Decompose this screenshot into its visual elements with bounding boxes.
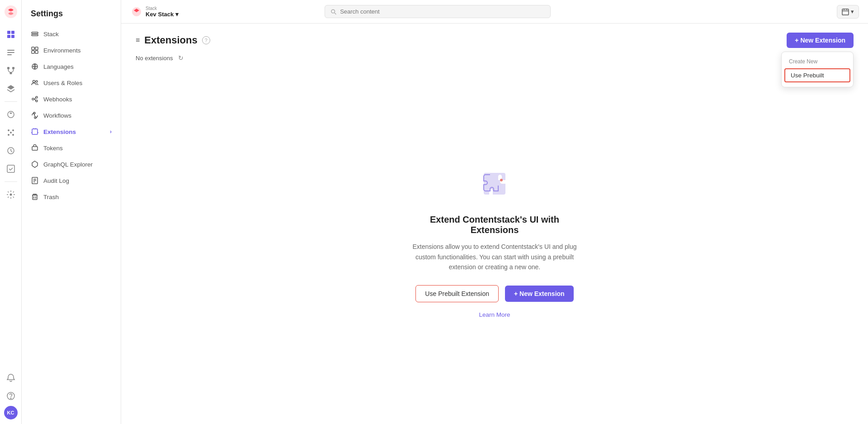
sidebar-item-label: Workflows: [43, 112, 71, 119]
empty-state-title: Extend Contentstack's UI with Extensions: [413, 214, 576, 235]
svg-line-48: [335, 13, 336, 14]
extensions-rail-icon[interactable]: [3, 124, 19, 141]
media-icon[interactable]: [3, 106, 19, 123]
sidebar-item-workflows[interactable]: Workflows: [22, 107, 121, 124]
stack-logo: [130, 5, 143, 18]
refresh-icon[interactable]: ↻: [178, 54, 184, 62]
svg-rect-40: [32, 147, 38, 150]
icon-rail: KC: [0, 0, 22, 424]
notification-icon[interactable]: [3, 370, 19, 386]
svg-point-15: [8, 111, 14, 118]
page-header: ≡ Extensions ? + New Extension: [121, 24, 868, 48]
help-icon[interactable]: ?: [202, 36, 210, 44]
search-input[interactable]: [340, 8, 545, 15]
dashboard-icon[interactable]: [3, 26, 19, 43]
trash-icon: [31, 193, 39, 201]
sidebar-item-trash[interactable]: Trash: [22, 189, 121, 205]
svg-rect-31: [35, 51, 38, 53]
search-icon: [330, 9, 336, 15]
stack-icon: [31, 30, 39, 38]
user-avatar[interactable]: KC: [4, 406, 18, 419]
tokens-icon: [31, 144, 39, 152]
svg-point-23: [9, 194, 12, 196]
calendar-button[interactable]: ▾: [837, 5, 859, 19]
sidebar-title: Settings: [22, 9, 121, 26]
sidebar-item-label: Webhooks: [43, 96, 72, 103]
svg-point-25: [10, 398, 11, 399]
app-logo[interactable]: [4, 5, 18, 19]
sidebar-item-label: GraphQL Explorer: [43, 161, 93, 168]
sidebar: Settings Stack Environments Languages Us…: [22, 0, 121, 424]
languages-icon: [31, 62, 39, 71]
svg-point-16: [8, 129, 9, 131]
sidebar-item-label: Audit Log: [43, 177, 69, 184]
sidebar-item-label: Tokens: [43, 145, 63, 152]
stack-name-row[interactable]: Kev Stack ▾: [146, 11, 179, 18]
svg-rect-27: [32, 34, 38, 36]
svg-rect-6: [7, 52, 14, 53]
sidebar-item-users-roles[interactable]: Users & Roles: [22, 75, 121, 91]
help-rail-icon[interactable]: [3, 388, 19, 404]
sidebar-item-languages[interactable]: Languages: [22, 58, 121, 75]
sidebar-item-label: Stack: [43, 31, 59, 38]
svg-point-17: [12, 129, 14, 131]
svg-rect-7: [7, 54, 12, 55]
sub-header: No extensions ↻: [121, 48, 868, 62]
stack-label: Stack: [146, 6, 179, 11]
sidebar-item-webhooks[interactable]: Webhooks: [22, 91, 121, 107]
sidebar-item-tokens[interactable]: Tokens: [22, 140, 121, 156]
new-extension-center-button[interactable]: + New Extension: [505, 286, 574, 302]
svg-rect-22: [7, 165, 14, 172]
sidebar-item-label: Users & Roles: [43, 80, 82, 86]
use-prebuilt-extension-button[interactable]: Use Prebuilt Extension: [415, 285, 499, 302]
topbar-left: Stack Kev Stack ▾: [130, 5, 179, 18]
empty-state: Extend Contentstack's UI with Extensions…: [121, 62, 868, 424]
menu-icon[interactable]: ≡: [136, 36, 140, 44]
stack-name-group: Stack Kev Stack ▾: [146, 6, 179, 18]
empty-state-description: Extensions allow you to extend Contentst…: [404, 242, 585, 272]
sidebar-item-label: Trash: [43, 194, 59, 200]
empty-state-actions: Use Prebuilt Extension + New Extension: [415, 285, 573, 302]
schema-icon[interactable]: [3, 62, 19, 79]
svg-point-18: [8, 134, 9, 136]
sidebar-item-stack[interactable]: Stack: [22, 26, 121, 42]
graphql-icon: [31, 160, 39, 168]
auditlog-icon: [31, 176, 39, 185]
use-prebuilt-dropdown-item[interactable]: Use Prebuilt: [784, 68, 850, 82]
divider-2: [5, 181, 17, 182]
calendar-icon: [842, 8, 849, 15]
sidebar-item-graphql[interactable]: GraphQL Explorer: [22, 156, 121, 172]
no-extensions-text: No extensions: [136, 55, 173, 62]
page-header-left: ≡ Extensions ?: [136, 34, 210, 46]
page-title: Extensions: [144, 34, 197, 46]
chevron-right-icon: ›: [110, 129, 112, 135]
sidebar-item-audit-log[interactable]: Audit Log: [22, 172, 121, 189]
sidebar-item-label: Environments: [43, 47, 81, 54]
learn-more-link[interactable]: Learn More: [479, 311, 510, 318]
empty-state-icon: [476, 167, 513, 204]
new-extension-button[interactable]: + New Extension: [787, 33, 854, 48]
tasks-icon[interactable]: [3, 161, 19, 177]
topbar-actions: ▾: [837, 5, 859, 19]
svg-rect-9: [12, 67, 14, 69]
search-bar[interactable]: [325, 5, 551, 18]
content-icon[interactable]: [3, 44, 19, 61]
sidebar-item-label: Languages: [43, 63, 74, 70]
svg-point-0: [5, 5, 17, 18]
svg-rect-3: [7, 35, 10, 38]
users-icon: [31, 79, 39, 87]
sidebar-item-extensions[interactable]: Extensions ›: [22, 124, 121, 140]
webhooks-icon: [31, 95, 39, 103]
svg-rect-4: [11, 35, 14, 38]
settings-icon[interactable]: [3, 186, 19, 203]
environments-icon: [31, 46, 39, 54]
svg-rect-49: [842, 9, 849, 15]
release-icon[interactable]: [3, 143, 19, 159]
sidebar-item-label: Extensions: [43, 129, 76, 135]
layers-icon[interactable]: [3, 81, 19, 97]
sidebar-item-environments[interactable]: Environments: [22, 42, 121, 58]
workflows-icon: [31, 111, 39, 119]
dropdown-label: Create New: [782, 56, 853, 67]
svg-point-34: [36, 81, 38, 82]
svg-point-37: [36, 100, 38, 102]
